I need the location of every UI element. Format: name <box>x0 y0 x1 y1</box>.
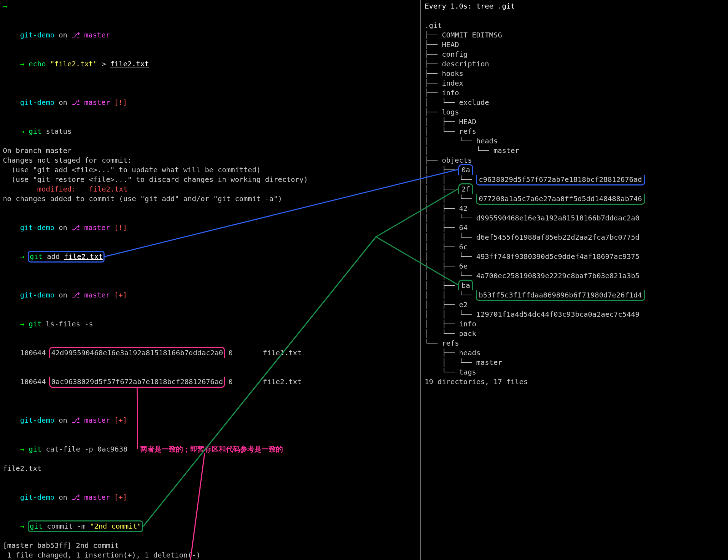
prompt-p3: git-demo on ⎇ master [!] <box>3 213 420 242</box>
terminal-left-pane[interactable]: → git-demo on ⎇ master → echo "file2.txt… <box>3 1 420 560</box>
tree-line: ├── config <box>425 50 721 59</box>
tree-line: │ │ └── 493ff740f9380390d5c9ddef4af18697… <box>425 252 721 261</box>
p6-out-0: [master bab53ff] 2nd commit <box>3 541 420 550</box>
cmd-p6: → git commit -m "2nd commit" <box>3 512 420 541</box>
tree-line: │ │ └── 077208a1a5c7a6e27aa0ff5d5dd14848… <box>425 194 721 204</box>
prompt-p4: git-demo on ⎇ master [+] <box>3 281 420 310</box>
tree-line: │ ├── 0a <box>425 165 721 175</box>
lsfiles-hash-box-top: 42d995590468e16e3a192a81518166b7dddac2a0 <box>49 347 225 358</box>
tree-line: │ ├── 42 <box>425 204 721 213</box>
tree-line: │ │ └── b53ff5c3f1ffdaa869896b6f71980d7e… <box>425 290 721 300</box>
git-add-box: git add file2.txt <box>28 251 105 263</box>
tree-line: │ ├── 6e <box>425 261 721 271</box>
tree-line: │ └── heads <box>425 136 721 146</box>
prompt-p6: git-demo on ⎇ master [+] <box>3 483 420 512</box>
cmd-p1: → echo "file2.txt" > file2.txt <box>3 50 420 78</box>
annotation-pink: 两者是一致的；即暂存区和代码参考是一致的 <box>140 445 283 453</box>
tree-line: │ ├── ba <box>425 281 721 290</box>
tree-line: │ │ └── d6ef5455f61988af85eb22d2aa2fca7b… <box>425 233 721 242</box>
tree-line: ├── COMMIT_EDITMSG <box>425 30 721 40</box>
tree-line: │ │ └── d995590468e16e3a192a81518166b7dd… <box>425 213 721 223</box>
p4-row1: 100644 0ac9638029d5f57f672ab7e1818bcf288… <box>3 367 420 396</box>
cmd-p4: → git ls-files -s <box>3 310 420 338</box>
tree-line: ├── HEAD <box>425 40 721 50</box>
tree-line: │ │ └── 4a700ec258190839e2229c8baf7b03e8… <box>425 271 721 281</box>
tree-line: │ ├── 6c <box>425 242 721 252</box>
tree-line: ├── info <box>425 88 721 98</box>
tree-line: ├── index <box>425 78 721 88</box>
p2-out-0: On branch master <box>3 146 420 156</box>
p2-out-3: (use "git restore <file>..." to discard … <box>3 175 420 184</box>
prompt-p5: git-demo on ⎇ master [+] <box>3 406 420 435</box>
cmd-p2: → git status <box>3 117 420 146</box>
p2-out-6: no changes added to commit (use "git add… <box>3 194 420 204</box>
prompt-p1: git-demo on ⎇ master <box>3 21 420 50</box>
prompt-p2: git-demo on ⎇ master [!] <box>3 88 420 117</box>
tree-line: │ └── exclude <box>425 98 721 107</box>
cmd-p5: → git cat-file -p 0ac9638 两者是一致的；即暂存区和代码… <box>3 435 420 464</box>
tree-line: │ └── master <box>425 146 721 156</box>
tree-line: ├── logs <box>425 107 721 117</box>
watch-header: Every 1.0s: tree .git <box>425 1 721 11</box>
p2-out-1: Changes not staged for commit: <box>3 156 420 165</box>
cmd-p3: → git add file2.txt <box>3 242 420 271</box>
p4-row0: 100644 42d995590468e16e3a192a81518166b7d… <box>3 338 420 367</box>
tree-line: └── tags <box>425 367 721 377</box>
tree-line: │ ├── 2f <box>425 184 721 194</box>
git-commit-box: git commit -m "2nd commit" <box>28 520 143 532</box>
tree-line: │ ├── e2 <box>425 300 721 310</box>
tree-line: 19 directories, 17 files <box>425 377 721 387</box>
tree-line: ├── heads <box>425 348 721 358</box>
tree-line: └── refs <box>425 338 721 348</box>
tree-line: ├── objects <box>425 156 721 165</box>
p2-out-4: modified: file2.txt <box>3 184 420 194</box>
p6-out-1: 1 file changed, 1 insertion(+), 1 deleti… <box>3 550 420 560</box>
terminal-right-pane[interactable]: Every 1.0s: tree .git .git├── COMMIT_EDI… <box>425 1 721 387</box>
tree-line: .git <box>425 21 721 30</box>
prompt-arrow: → <box>3 2 7 10</box>
tree-line: │ └── pack <box>425 329 721 338</box>
tree-line: │ │ └── c9638029d5f57f672ab7e1818bcf2881… <box>425 175 721 184</box>
tree-line: │ └── refs <box>425 127 721 136</box>
pane-divider[interactable] <box>420 0 421 560</box>
tree-line: │ ├── info <box>425 319 721 329</box>
tree-line: ├── hooks <box>425 69 721 78</box>
tree-output: .git├── COMMIT_EDITMSG├── HEAD├── config… <box>425 21 721 387</box>
p2-out-2: (use "git add <file>..." to update what … <box>3 165 420 175</box>
tree-line: │ │ └── 129701f1a4d54dc44f03c93bca0a2aec… <box>425 310 721 319</box>
tree-line: │ └── master <box>425 358 721 367</box>
tree-line: ├── description <box>425 59 721 69</box>
tree-line: │ ├── HEAD <box>425 117 721 127</box>
p5-out-0: file2.txt <box>3 464 420 473</box>
tree-line: │ ├── 64 <box>425 223 721 233</box>
lsfiles-hash-box-bottom: 0ac9638029d5f57f672ab7e1818bcf28812676ad <box>49 377 225 388</box>
